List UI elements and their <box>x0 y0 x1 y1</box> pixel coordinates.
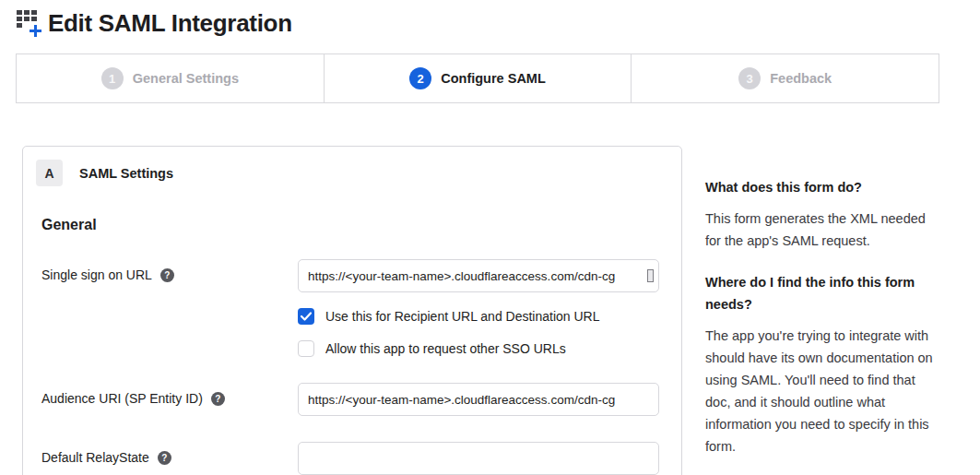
default-relaystate-label: Default RelayState <box>41 450 149 465</box>
sso-url-label: Single sign on URL <box>41 267 152 282</box>
text-cursor <box>647 269 654 282</box>
step-label: General Settings <box>133 71 239 86</box>
help-icon[interactable]: ? <box>158 451 171 465</box>
checkbox-label: Allow this app to request other SSO URLs <box>325 341 566 356</box>
sidebar-heading: Where do I find the info this form needs… <box>705 271 938 315</box>
page-header: Edit SAML Integration <box>0 0 980 42</box>
sidebar-heading: What does this form do? <box>705 176 938 198</box>
recipient-url-checkbox-row[interactable]: Use this for Recipient URL and Destinati… <box>298 308 659 325</box>
field-row-audience-uri: Audience URI (SP Entity ID) ? <box>41 383 659 416</box>
step-general-settings[interactable]: 1 General Settings <box>17 54 325 102</box>
step-configure-saml[interactable]: 2 Configure SAML <box>325 54 632 102</box>
audience-uri-input[interactable] <box>298 383 659 416</box>
step-number-badge: 3 <box>738 67 761 89</box>
section-letter-badge: A <box>36 160 63 186</box>
help-sidebar: What does this form do? This form genera… <box>705 146 938 457</box>
plus-icon <box>30 25 41 37</box>
sidebar-section-what: What does this form do? This form genera… <box>705 176 938 252</box>
step-number-badge: 1 <box>101 67 124 89</box>
step-label: Feedback <box>770 71 832 86</box>
wizard-steps: 1 General Settings 2 Configure SAML 3 Fe… <box>16 53 939 103</box>
general-heading: General <box>41 217 659 233</box>
field-row-sso-url: Single sign on URL ? Use this for Recipi… <box>41 259 659 357</box>
add-app-grid-icon <box>17 10 44 42</box>
sidebar-text: This form generates the XML needed for t… <box>705 208 938 252</box>
other-sso-urls-checkbox-row[interactable]: Allow this app to request other SSO URLs <box>298 340 659 357</box>
step-label: Configure SAML <box>441 71 546 86</box>
field-row-default-relaystate: Default RelayState ? If no value is set,… <box>41 442 659 475</box>
section-title: SAML Settings <box>79 166 173 181</box>
page-title: Edit SAML Integration <box>48 7 292 39</box>
sidebar-text: The app you're trying to integrate with … <box>705 325 938 457</box>
step-feedback[interactable]: 3 Feedback <box>632 54 939 102</box>
saml-settings-panel: A SAML Settings General Single sign on U… <box>22 146 682 475</box>
audience-uri-label: Audience URI (SP Entity ID) <box>41 391 203 406</box>
checkbox-unchecked-icon[interactable] <box>298 340 314 357</box>
step-number-badge: 2 <box>409 67 431 89</box>
help-icon[interactable]: ? <box>211 392 225 406</box>
sidebar-section-where: Where do I find the info this form needs… <box>705 271 938 457</box>
help-icon[interactable]: ? <box>160 268 174 282</box>
checkbox-label: Use this for Recipient URL and Destinati… <box>325 309 600 324</box>
default-relaystate-input[interactable] <box>298 442 659 475</box>
sso-url-input[interactable] <box>298 259 659 292</box>
checkbox-checked-icon[interactable] <box>298 308 314 325</box>
